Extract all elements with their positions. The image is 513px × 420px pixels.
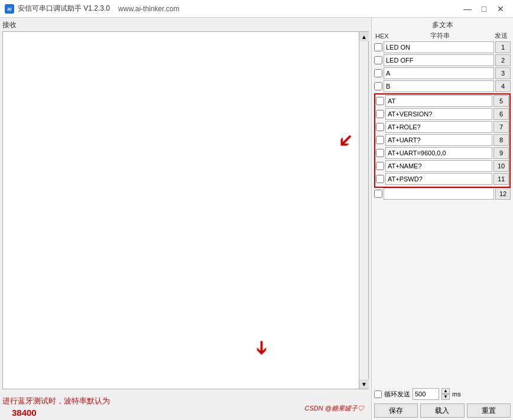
cmd-checkbox-9[interactable] [376,149,384,157]
cmd-checkbox-7[interactable] [376,123,384,131]
app-icon: ai [5,4,14,14]
col-hex-label: HEX [375,32,387,40]
cmd-row-9: 9 [376,147,509,159]
loop-send-unit: ms [452,390,461,398]
col-send-label: 发送 [493,31,509,40]
action-buttons: 保存 载入 重置 [374,403,511,418]
spinner-up-btn[interactable]: ▲ [441,388,450,394]
main-content: 接收 ▲ ▼ 进行蓝牙测试时，波特率默认为 38400 CSDN @糖果罐子♡ [0,18,513,420]
highlighted-cmd-group: 5 6 7 8 [374,93,511,188]
cmd-input-12[interactable] [384,188,494,200]
cmd-send-btn-4[interactable]: 4 [495,80,511,92]
receive-scrollbar: ▲ ▼ [359,31,369,389]
cmd-checkbox-1[interactable] [374,43,382,51]
title-controls: — □ ✕ [460,2,508,15]
cmd-input-9[interactable] [385,147,492,159]
cmd-row-6: 6 [376,108,509,120]
cmd-input-5[interactable] [385,95,492,107]
close-button[interactable]: ✕ [493,2,508,15]
cmd-send-btn-1[interactable]: 1 [495,41,511,53]
cmd-input-1[interactable] [384,41,494,53]
cmd-send-btn-3[interactable]: 3 [495,67,511,79]
loop-send-spinner: ▲ ▼ [441,388,450,400]
scroll-up-button[interactable]: ▲ [359,32,369,41]
cmd-send-btn-11[interactable]: 11 [493,173,509,185]
cmd-checkbox-12[interactable] [374,190,382,198]
multi-text-header: 多文本 [374,20,511,30]
spinner-down-btn[interactable]: ▼ [441,394,450,400]
cmd-checkbox-3[interactable] [374,69,382,77]
left-panel: 接收 ▲ ▼ 进行蓝牙测试时，波特率默认为 38400 CSDN @糖果罐子♡ [0,18,371,420]
cmd-checkbox-8[interactable] [376,136,384,144]
title-bar-left: ai 安信可串口调试助手 V1.2.3.0 www.ai-thinker.com [5,4,179,14]
cmd-input-7[interactable] [385,121,492,133]
cmd-input-8[interactable] [385,134,492,146]
cmd-checkbox-5[interactable] [376,97,384,105]
right-panel: 多文本 HEX 字符串 发送 1 2 3 [371,18,513,420]
title-bar: ai 安信可串口调试助手 V1.2.3.0 www.ai-thinker.com… [0,0,513,18]
cmd-send-btn-9[interactable]: 9 [493,147,509,159]
cmd-row-5: 5 [376,95,509,107]
annotation-line2: 38400 [12,408,37,418]
cmd-input-3[interactable] [384,67,494,79]
annotation-text-group: 进行蓝牙测试时，波特率默认为 38400 [2,393,110,418]
cmd-checkbox-10[interactable] [376,162,384,170]
left-panel-inner: 接收 ▲ ▼ 进行蓝牙测试时，波特率默认为 38400 CSDN @糖果罐子♡ [2,20,369,418]
cmd-send-btn-7[interactable]: 7 [493,121,509,133]
cmd-checkbox-4[interactable] [374,82,382,90]
col-str-label: 字符串 [387,31,493,40]
cmd-input-2[interactable] [384,54,494,66]
cmd-send-btn-2[interactable]: 2 [495,54,511,66]
cmd-input-10[interactable] [385,160,492,172]
cmd-send-btn-12[interactable]: 12 [495,188,511,200]
cmd-checkbox-2[interactable] [374,56,382,64]
column-headers: HEX 字符串 发送 [374,31,511,40]
loop-send-input[interactable] [413,388,439,400]
reset-button[interactable]: 重置 [467,403,511,418]
app-website: www.ai-thinker.com [118,5,179,13]
scroll-down-button[interactable]: ▼ [359,379,369,389]
cmd-input-11[interactable] [385,173,492,185]
cmd-checkbox-11[interactable] [376,175,384,183]
app-title: 安信可串口调试助手 V1.2.3.0 [18,4,110,14]
receive-label: 接收 [2,20,369,30]
cmd-input-4[interactable] [384,80,494,92]
cmd-row-8: 8 [376,134,509,146]
load-button[interactable]: 载入 [420,403,464,418]
cmd-row-4: 4 [374,80,511,92]
loop-send-checkbox[interactable] [374,390,382,398]
cmd-row-3: 3 [374,67,511,79]
cmd-send-btn-10[interactable]: 10 [493,160,509,172]
cmd-checkbox-6[interactable] [376,110,384,118]
cmd-row-11: 11 [376,173,509,185]
annotation-line1: 进行蓝牙测试时，波特率默认为 [2,395,110,408]
cmd-row-12: 12 [374,188,511,200]
multi-text-label: 多文本 [432,20,453,30]
cmd-row-10: 10 [376,160,509,172]
maximize-button[interactable]: □ [476,2,492,15]
loop-send-row: 循环发送 ▲ ▼ ms [374,388,511,400]
receive-area[interactable] [2,31,359,389]
cmd-send-btn-5[interactable]: 5 [493,95,509,107]
cmd-send-btn-8[interactable]: 8 [493,134,509,146]
save-button[interactable]: 保存 [374,403,418,418]
minimize-button[interactable]: — [460,2,475,15]
loop-send-label: 循环发送 [384,390,410,399]
cmd-send-btn-6[interactable]: 6 [493,108,509,120]
cmd-input-6[interactable] [385,108,492,120]
cmd-row-1: 1 [374,41,511,53]
cmd-row-2: 2 [374,54,511,66]
receive-wrapper: ▲ ▼ [2,31,369,389]
command-list: 1 2 3 4 [374,41,511,386]
csdn-watermark: CSDN @糖果罐子♡ [305,404,364,413]
cmd-row-7: 7 [376,121,509,133]
